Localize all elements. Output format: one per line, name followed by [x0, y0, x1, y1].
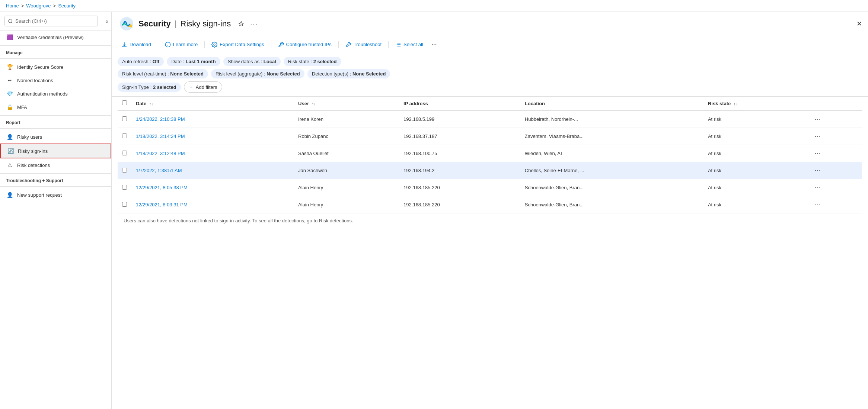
download-button[interactable]: Download: [118, 39, 155, 50]
breadcrumb: Home > Woodgrove > Security: [0, 0, 868, 12]
auto-refresh-filter[interactable]: Auto refresh : Off: [118, 57, 164, 66]
col-header-date[interactable]: Date ↑↓: [131, 97, 294, 110]
table-row: 12/29/2021, 8:05:38 PM Alain Henry 192.1…: [118, 179, 862, 196]
table-row: 1/18/2022, 3:12:48 PM Sasha Ouellet 192.…: [118, 145, 862, 162]
select-all-checkbox[interactable]: [122, 100, 127, 105]
user-cell-1: Robin Zupanc: [294, 128, 399, 145]
filters-area: Auto refresh : Off Date : Last 1 month S…: [112, 53, 868, 97]
sidebar-item-mfa[interactable]: 🔒 MFA: [0, 100, 111, 114]
pin-button[interactable]: [237, 19, 246, 28]
data-table-container: Date ↑↓ User ↑↓ IP address Location Risk…: [112, 97, 868, 228]
toolbar-more-button[interactable]: ···: [428, 39, 440, 50]
row-more-button-5[interactable]: ···: [812, 200, 823, 209]
location-cell-0: Hubbelrath, Nordrhein-...: [520, 110, 703, 128]
ip-cell-1: 192.168.37.187: [399, 128, 520, 145]
select-all-icon: [395, 42, 401, 48]
sign-in-type-filter[interactable]: Sign-in Type : 2 selected: [118, 83, 181, 92]
verifiable-credentials-icon: 🟪: [6, 33, 13, 41]
sidebar-section-report: Report: [0, 115, 111, 127]
sidebar-section-troubleshooting: Troubleshooting + Support: [0, 173, 111, 185]
configure-trusted-ips-button[interactable]: Configure trusted IPs: [274, 39, 335, 50]
row-checkbox-1[interactable]: [122, 133, 127, 138]
row-checkbox-2[interactable]: [122, 151, 127, 155]
row-more-button-2[interactable]: ···: [812, 149, 823, 158]
sidebar-item-named-locations[interactable]: ↔ Named locations: [0, 74, 111, 87]
user-cell-5: Alain Henry: [294, 196, 399, 213]
risk-level-aggregate-filter[interactable]: Risk level (aggregate) : None Selected: [211, 69, 304, 78]
ip-cell-0: 192.168.5.199: [399, 110, 520, 128]
sidebar-item-verifiable-credentials[interactable]: 🟪 Verifiable credentials (Preview): [0, 30, 111, 44]
filters-row-3: Sign-in Type : 2 selected ＋ Add filters: [118, 81, 862, 93]
sidebar-item-authentication-methods[interactable]: 💎 Authentication methods: [0, 87, 111, 100]
date-link-3[interactable]: 1/7/2022, 1:38:51 AM: [136, 168, 182, 173]
risky-sign-ins-table: Date ↑↓ User ↑↓ IP address Location Risk…: [118, 97, 862, 213]
location-cell-1: Zaventem, Vlaams-Braba...: [520, 128, 703, 145]
sidebar: « 🟪 Verifiable credentials (Preview) Man…: [0, 12, 112, 409]
date-link-0[interactable]: 1/24/2022, 2:10:38 PM: [136, 116, 185, 122]
row-checkbox-3[interactable]: [122, 168, 127, 173]
user-cell-3: Jan Sachweh: [294, 162, 399, 179]
location-cell-4: Schoenwalde-Glien, Bran...: [520, 179, 703, 196]
page-subtitle: Risky sign-ins: [181, 19, 231, 29]
row-more-button-4[interactable]: ···: [812, 183, 823, 192]
select-all-button[interactable]: Select all: [392, 39, 427, 50]
risk-state-cell-2: At risk: [703, 145, 807, 162]
row-more-button-3[interactable]: ···: [812, 166, 823, 175]
col-header-location: Location: [520, 97, 703, 110]
date-link-5[interactable]: 12/29/2021, 8:03:31 PM: [136, 202, 188, 207]
add-filters-button[interactable]: ＋ Add filters: [184, 81, 222, 93]
row-more-button-0[interactable]: ···: [812, 115, 823, 124]
more-options-button[interactable]: ···: [249, 19, 259, 29]
date-link-4[interactable]: 12/29/2021, 8:05:38 PM: [136, 185, 188, 190]
ip-cell-4: 192.168.185.220: [399, 179, 520, 196]
table-row: 1/7/2022, 1:38:51 AM Jan Sachweh 192.168…: [118, 162, 862, 179]
ip-cell-5: 192.168.185.220: [399, 196, 520, 213]
info-icon: [165, 42, 171, 48]
sidebar-item-risky-sign-ins[interactable]: 🔄 Risky sign-ins: [0, 144, 111, 158]
user-cell-4: Alain Henry: [294, 179, 399, 196]
detection-types-filter[interactable]: Detection type(s) : None Selected: [307, 69, 390, 78]
breadcrumb-security[interactable]: Security: [58, 3, 76, 9]
sidebar-item-identity-secure-score[interactable]: 🏆 Identity Secure Score: [0, 60, 111, 74]
ip-cell-2: 192.168.100.75: [399, 145, 520, 162]
row-checkbox-0[interactable]: [122, 116, 127, 121]
date-filter[interactable]: Date : Last 1 month: [167, 57, 220, 66]
col-header-user[interactable]: User ↑↓: [294, 97, 399, 110]
named-locations-icon: ↔: [6, 77, 13, 84]
filters-row-2: Risk level (real-time) : None Selected R…: [118, 69, 862, 78]
troubleshoot-button[interactable]: Troubleshoot: [342, 39, 385, 50]
breadcrumb-home[interactable]: Home: [6, 3, 19, 9]
risk-state-cell-1: At risk: [703, 128, 807, 145]
learn-more-button[interactable]: Learn more: [161, 39, 201, 50]
table-row: 1/24/2022, 2:10:38 PM Irena Koren 192.16…: [118, 110, 862, 128]
risk-detections-icon: ⚠: [6, 161, 13, 169]
collapse-sidebar-button[interactable]: «: [102, 17, 111, 26]
risk-state-filter[interactable]: Risk state : 2 selected: [284, 57, 341, 66]
troubleshoot-icon: [345, 42, 351, 48]
risk-level-realtime-filter[interactable]: Risk level (real-time) : None Selected: [118, 69, 208, 78]
location-cell-3: Chelles, Seine-Et-Marne, ...: [520, 162, 703, 179]
risk-state-sort-icon: ↑↓: [734, 102, 738, 106]
search-input[interactable]: [4, 16, 98, 26]
date-link-2[interactable]: 1/18/2022, 3:12:48 PM: [136, 151, 185, 156]
toolbar: Download Learn more Export Data Settings: [112, 36, 868, 53]
content-area: Download Learn more Export Data Settings: [112, 36, 868, 409]
risky-sign-ins-icon: 🔄: [7, 147, 14, 155]
sidebar-item-risk-detections[interactable]: ⚠ Risk detections: [0, 158, 111, 172]
table-row: 12/29/2021, 8:03:31 PM Alain Henry 192.1…: [118, 196, 862, 213]
breadcrumb-woodgrove[interactable]: Woodgrove: [26, 3, 51, 9]
filters-row-1: Auto refresh : Off Date : Last 1 month S…: [118, 57, 862, 66]
row-checkbox-5[interactable]: [122, 202, 127, 207]
export-data-settings-button[interactable]: Export Data Settings: [208, 39, 268, 50]
col-header-risk-state[interactable]: Risk state ↑↓: [703, 97, 807, 110]
row-more-button-1[interactable]: ···: [812, 132, 823, 141]
row-checkbox-4[interactable]: [122, 185, 127, 190]
app-logo: [119, 16, 134, 31]
sidebar-item-new-support-request[interactable]: 👤 New support request: [0, 188, 111, 202]
page-title: Security: [138, 19, 171, 29]
sidebar-item-risky-users[interactable]: 👤 Risky users: [0, 130, 111, 144]
risk-state-cell-5: At risk: [703, 196, 807, 213]
close-button[interactable]: ✕: [856, 20, 862, 28]
show-dates-as-filter[interactable]: Show dates as : Local: [223, 57, 281, 66]
date-link-1[interactable]: 1/18/2022, 3:14:24 PM: [136, 133, 185, 139]
